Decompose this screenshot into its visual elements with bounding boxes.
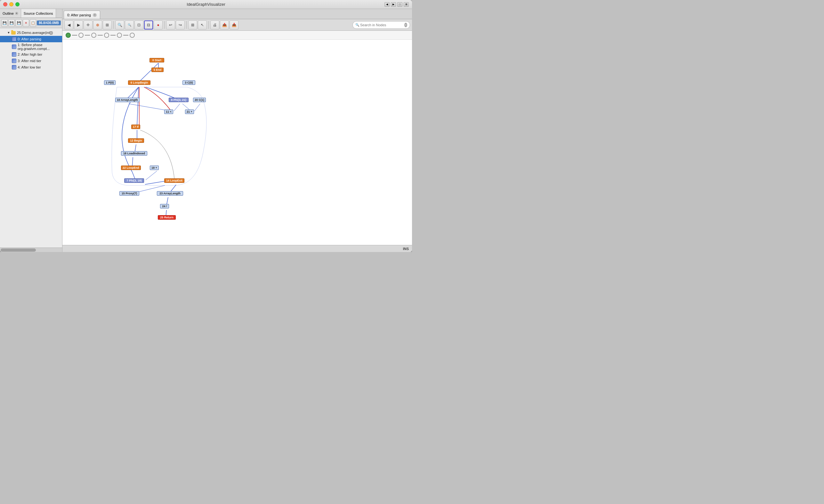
phase-dot-1[interactable] [79,33,84,38]
export-btn[interactable]: 📤 [220,20,229,29]
phase-dot-5[interactable] [130,33,135,38]
nav-forward-btn[interactable]: ▶ [391,2,396,7]
tree-toggle-root[interactable]: ▼ [6,30,11,35]
zoom-layout-btn[interactable]: ⊡ [134,20,143,29]
zoom-in-btn[interactable]: 🔍 [115,20,124,29]
node-10-arraylength[interactable]: 10 ArrayLength [115,98,139,102]
left-scroll-thumb[interactable] [1,248,36,252]
ins-indicator: INS [403,247,409,251]
memory-badge: 86.8/430.0MB [37,20,61,25]
center-all-btn[interactable]: ✛ [84,20,93,29]
tree-root-item[interactable]: ▼ 25:Demo.average(int[]) [0,29,62,36]
graph-canvas[interactable]: 0 Start 5 End 1 P(0) 6 LoopBegin 3 C(0) [63,40,412,245]
import-btn[interactable]: 📥 [229,20,238,29]
node-8-phi[interactable]: 8 Phi(3, 21) [169,98,189,102]
left-toolbar: 💾 💾 💾 ✕ 📋 86.8/430.0MB [0,18,62,28]
maximize-button[interactable] [15,2,19,6]
tree-item-phase0[interactable]: 0: After parsing [0,36,62,42]
tile-btn[interactable]: ⊞ [404,2,409,7]
graph-tab-after-parsing[interactable]: 0: After parsing × [64,11,100,19]
redo-btn[interactable]: ↪ [176,20,185,29]
main-window: IdealGraphVisualizer ◀ ▶ □ ⊞ Outline × S… [0,0,412,252]
search-input[interactable] [360,23,404,27]
window-actions: ◀ ▶ □ ⊞ [385,2,409,7]
phase-icon-3 [11,58,17,64]
search-clear-btn[interactable]: × [404,23,407,27]
left-scrollbar[interactable] [0,247,62,252]
outline-tab-label: Outline [3,11,14,15]
tree-item-phase1[interactable]: 1: Before phase org.graalvm.compt... [0,42,62,51]
phase-icon-1 [11,44,17,49]
tree-item-phase4[interactable]: 4: After low tier [0,64,62,71]
tab-source-collections[interactable]: Source Collections [21,9,56,18]
fit-all-btn[interactable]: ⊞ [188,20,197,29]
node-6-loopbegin[interactable]: 6 LoopBegin [128,80,150,85]
node-7-phi[interactable]: 7 Phi(3, 19) [124,178,144,183]
phase-connector-1 [85,35,90,35]
tab-outline[interactable]: Outline × [0,9,21,18]
zoom-out-btn[interactable]: 🔍 [125,20,134,29]
save2-btn[interactable]: 💾 [8,19,15,27]
tree-label-phase2: 2: After high tier [18,53,42,57]
phase-dot-0[interactable] [66,33,71,38]
tree-label-phase4: 4: After low tier [18,65,41,69]
node-25-return[interactable]: 25 Return [158,215,176,220]
nav-back-btn[interactable]: ◀ [385,2,390,7]
outline-tab-close[interactable]: × [15,12,18,15]
undo-btn[interactable]: ↩ [166,20,175,29]
phase-icon-4 [11,65,17,70]
node-20-c1[interactable]: 20 C(1) [193,98,206,102]
expand-btn[interactable]: ⊞ [103,20,112,29]
record-btn[interactable]: ● [153,20,163,29]
node-1-p0[interactable]: 1 P(0) [104,80,116,85]
print-btn[interactable]: 🖨 [210,20,219,29]
node-11-lt[interactable]: 11 < [164,109,173,114]
save-btn[interactable]: 💾 [1,19,8,27]
delete-btn[interactable]: ✕ [23,19,29,27]
node-15-proxy[interactable]: 15 Proxy(7) [119,191,139,196]
node-14-loopexit[interactable]: 14 LoopExit [164,178,184,183]
tree-label-phase3: 3: After mid tier [18,59,41,63]
node-12-begin[interactable]: 12 Begin [128,138,144,143]
restore-btn[interactable]: □ [397,2,402,7]
phase-dot-4[interactable] [117,33,122,38]
node-0-start[interactable]: 0 Start [149,58,164,63]
node-17-if[interactable]: 17 If [131,124,140,129]
node-22-loopend[interactable]: 22 LoopEnd [121,166,141,170]
phase-connector-3 [110,35,116,35]
nav-forward-graph[interactable]: ▶ [74,20,83,29]
tree-area[interactable]: ▼ 25:Demo.average(int[]) 0: After parsin… [0,28,62,247]
node-24-div[interactable]: 24 / [160,204,169,208]
minimize-button[interactable] [9,2,13,6]
sep1 [113,21,114,29]
window-title: IdealGraphVisualizer [187,2,225,7]
node-5-end[interactable]: 5 End [151,68,164,72]
node-23-arraylength[interactable]: 23 ArrayLength [157,191,183,196]
node-18-loadindexed[interactable]: 18 LoadIndexed [121,151,147,156]
node-19-plus[interactable]: 19 + [150,166,159,170]
svg-line-15 [194,104,200,111]
phase-dot-2[interactable] [91,33,96,38]
fit-graph-btn[interactable]: ⊕ [93,20,102,29]
folder-icon [11,30,16,35]
tree-item-phase3[interactable]: 3: After mid tier [0,58,62,64]
tree-label-phase1: 1: Before phase org.graalvm.compt... [18,43,61,51]
node-3-c0[interactable]: 3 C(0) [183,80,195,85]
phase-connector-0 [72,35,77,35]
graph-toolbar: ◀ ▶ ✛ ⊕ ⊞ 🔍 🔍 ⊡ ⊟ ● ↩ ↪ ⊞ ↖ 🖨 📤 [63,19,412,31]
zoom-fit-btn[interactable]: ⊟ [144,20,153,29]
phase-connector-4 [123,35,128,35]
main-content: Outline × Source Collections 💾 💾 💾 ✕ 📋 8… [0,9,412,252]
close-button[interactable] [3,2,7,6]
select-btn[interactable]: ↖ [198,20,207,29]
copy-btn[interactable]: 📋 [30,19,36,27]
node-21-plus[interactable]: 21 + [185,109,194,114]
save3-btn[interactable]: 💾 [15,19,22,27]
title-bar: IdealGraphVisualizer ◀ ▶ □ ⊞ [0,0,412,9]
nav-back-graph[interactable]: ◀ [64,20,73,29]
graph-tab-close[interactable]: × [93,13,97,17]
right-panel: 0: After parsing × ◀ ▶ ✛ ⊕ ⊞ 🔍 🔍 ⊡ ⊟ ● ↩… [63,9,412,252]
phase-dot-3[interactable] [104,33,109,38]
tree-item-phase2[interactable]: 2: After high tier [0,51,62,58]
search-area[interactable]: 🔍 × [352,21,410,29]
